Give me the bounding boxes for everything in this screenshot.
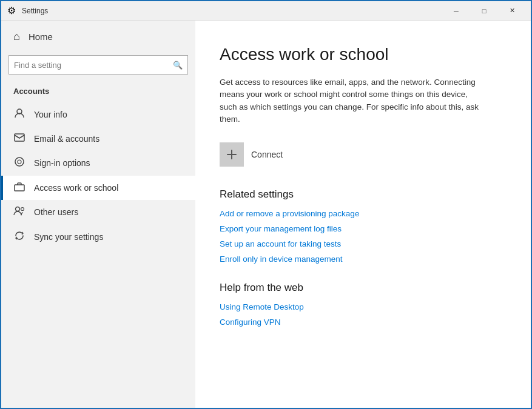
related-link-2[interactable]: Set up an account for taking tests — [220, 239, 507, 248]
connect-button[interactable]: Connect — [220, 142, 507, 167]
svg-rect-4 — [15, 185, 24, 191]
sidebar: ⌂ Home 🔍 Accounts Your info — [1, 21, 195, 409]
home-label: Home — [29, 32, 53, 42]
app-icon: ⚙ — [6, 5, 17, 16]
close-button[interactable]: ✕ — [498, 1, 526, 21]
sync-icon — [13, 230, 25, 244]
minimize-button[interactable]: ─ — [442, 1, 470, 21]
svg-rect-1 — [15, 134, 24, 141]
maximize-button[interactable]: □ — [470, 1, 498, 21]
related-settings-heading: Related settings — [220, 188, 507, 201]
window-controls: ─ □ ✕ — [442, 1, 526, 21]
search-box[interactable]: 🔍 — [8, 55, 188, 75]
help-link-1[interactable]: Configuring VPN — [220, 318, 507, 327]
related-link-1[interactable]: Export your management log files — [220, 224, 507, 233]
sidebar-item-label: Email & accounts — [34, 134, 99, 144]
svg-point-5 — [16, 207, 20, 211]
main-content: Access work or school Get access to reso… — [195, 21, 531, 409]
app-container: ⌂ Home 🔍 Accounts Your info — [1, 21, 531, 409]
home-icon: ⌂ — [13, 30, 20, 43]
search-input[interactable] — [14, 61, 173, 70]
help-link-0[interactable]: Using Remote Desktop — [220, 302, 507, 311]
email-icon — [13, 133, 25, 144]
sidebar-section-title: Accounts — [1, 82, 195, 102]
sidebar-item-sign-in-options[interactable]: Sign-in options — [1, 150, 195, 176]
connect-plus-icon — [220, 142, 244, 167]
sidebar-item-label: Sync your settings — [34, 232, 103, 242]
sidebar-item-access-work-school[interactable]: Access work or school — [1, 176, 195, 200]
sidebar-item-label: Other users — [34, 207, 78, 217]
svg-point-3 — [18, 160, 21, 164]
help-heading: Help from the web — [220, 282, 507, 294]
sidebar-item-your-info[interactable]: Your info — [1, 102, 195, 127]
sidebar-item-label: Access work or school — [34, 183, 118, 193]
work-icon — [13, 182, 25, 194]
sidebar-item-label: Your info — [34, 110, 67, 119]
sidebar-item-sync-settings[interactable]: Sync your settings — [1, 224, 195, 250]
connect-label: Connect — [251, 150, 283, 159]
page-description: Get access to resources like email, apps… — [220, 76, 480, 125]
other-users-icon — [13, 206, 25, 218]
related-link-3[interactable]: Enroll only in device management — [220, 254, 507, 264]
signin-icon — [13, 156, 25, 170]
your-info-icon — [13, 108, 25, 121]
sidebar-item-other-users[interactable]: Other users — [1, 200, 195, 224]
sidebar-item-email-accounts[interactable]: Email & accounts — [1, 127, 195, 150]
sidebar-item-home[interactable]: ⌂ Home — [1, 21, 195, 53]
titlebar: ⚙ Settings ─ □ ✕ — [1, 1, 531, 21]
search-icon: 🔍 — [173, 61, 183, 70]
svg-point-2 — [15, 158, 24, 166]
help-section: Help from the web Using Remote Desktop C… — [220, 282, 507, 327]
page-title: Access work or school — [220, 45, 507, 64]
sidebar-item-label: Sign-in options — [34, 158, 90, 168]
related-link-0[interactable]: Add or remove a provisioning package — [220, 209, 507, 218]
svg-point-6 — [21, 208, 24, 211]
window-title: Settings — [22, 7, 442, 15]
